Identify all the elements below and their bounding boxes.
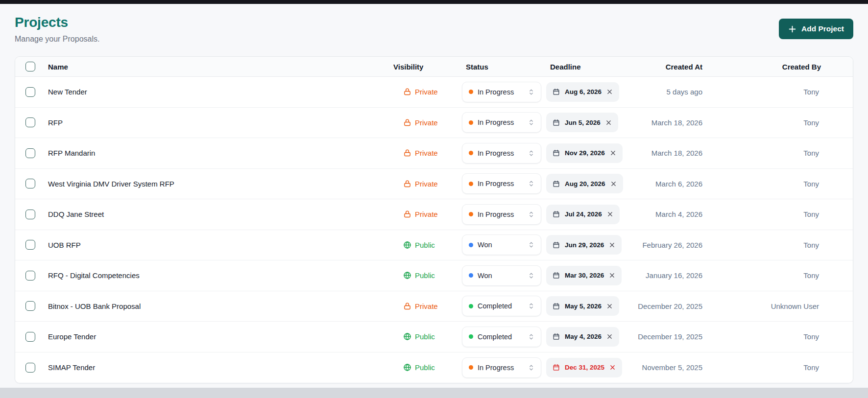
close-icon[interactable] — [610, 181, 617, 187]
project-name[interactable]: West Virginia DMV Driver System RFP — [46, 180, 393, 188]
column-header-created-by[interactable]: Created By — [702, 63, 853, 71]
deadline-cell: Mar 30, 2026 — [546, 266, 627, 285]
status-label: In Progress — [478, 118, 514, 126]
created-at: January 16, 2026 — [627, 271, 702, 280]
deadline-chip[interactable]: Dec 31, 2025 — [546, 358, 622, 377]
table-row[interactable]: DDQ Jane Street Private In Progress — [15, 199, 853, 230]
project-name[interactable]: UOB RFP — [46, 241, 393, 249]
calendar-icon — [553, 303, 560, 310]
project-name[interactable]: SIMAP Tender — [46, 363, 393, 372]
close-icon[interactable] — [606, 303, 613, 309]
project-name[interactable]: Europe Tender — [46, 332, 393, 341]
row-checkbox[interactable] — [25, 332, 35, 342]
status-label: Won — [478, 241, 492, 249]
created-at: March 6, 2026 — [627, 180, 702, 188]
status-dot-icon — [469, 243, 473, 247]
table-row[interactable]: Europe Tender Public Completed — [15, 322, 853, 352]
deadline-chip[interactable]: Jul 24, 2026 — [546, 205, 620, 224]
table-row[interactable]: West Virginia DMV Driver System RFP Priv… — [15, 169, 853, 200]
created-by: Tony — [702, 210, 853, 218]
row-checkbox[interactable] — [25, 117, 35, 127]
table-row[interactable]: RFP Private In Progress — [15, 108, 853, 139]
plus-icon — [788, 25, 796, 33]
row-checkbox[interactable] — [25, 210, 35, 219]
status-label: In Progress — [478, 180, 514, 187]
column-header-deadline[interactable]: Deadline — [546, 63, 627, 71]
created-at: 5 days ago — [627, 88, 702, 96]
created-by: Tony — [702, 332, 853, 341]
status-select[interactable]: Completed — [462, 296, 541, 316]
globe-icon — [403, 241, 411, 249]
status-select[interactable]: In Progress — [462, 173, 541, 194]
close-icon[interactable] — [609, 272, 615, 279]
deadline-chip[interactable]: May 5, 2026 — [546, 296, 619, 316]
deadline-date: Nov 29, 2026 — [565, 149, 605, 157]
row-checkbox[interactable] — [25, 148, 35, 158]
lock-icon — [403, 118, 411, 127]
row-checkbox[interactable] — [25, 363, 35, 373]
table-row[interactable]: RFP Mandarin Private In Progress — [15, 138, 853, 169]
column-header-visibility[interactable]: Visibility — [393, 63, 462, 71]
table-row[interactable]: Bitnox - UOB Bank Proposal Private Compl… — [15, 291, 853, 322]
column-header-status[interactable]: Status — [462, 63, 546, 71]
close-icon[interactable] — [607, 211, 613, 217]
project-name[interactable]: RFP — [46, 118, 393, 127]
created-by: Tony — [702, 118, 853, 127]
close-icon[interactable] — [609, 364, 616, 371]
status-select[interactable]: Completed — [462, 327, 541, 347]
project-name[interactable]: DDQ Jane Street — [46, 210, 393, 218]
status-label: In Progress — [478, 364, 514, 372]
deadline-chip[interactable]: Jun 29, 2026 — [546, 235, 622, 255]
close-icon[interactable] — [606, 89, 613, 95]
table-row[interactable]: New Tender Private In Progress — [15, 77, 853, 108]
visibility-badge: Public — [393, 271, 462, 280]
created-by: Tony — [702, 88, 853, 96]
status-cell: In Progress — [462, 357, 546, 378]
status-select[interactable]: In Progress — [462, 112, 541, 133]
deadline-chip[interactable]: Aug 6, 2026 — [546, 82, 619, 102]
status-select[interactable]: In Progress — [462, 82, 541, 102]
status-cell: In Progress — [462, 143, 546, 164]
close-icon[interactable] — [606, 333, 613, 340]
status-select[interactable]: Won — [462, 234, 541, 255]
calendar-icon — [553, 272, 560, 279]
row-checkbox[interactable] — [25, 240, 35, 250]
select-all-checkbox[interactable] — [25, 62, 35, 71]
project-name[interactable]: RFP Mandarin — [46, 149, 393, 157]
column-header-created-at[interactable]: Created At — [627, 63, 702, 71]
status-select[interactable]: In Progress — [462, 143, 541, 164]
table-row[interactable]: SIMAP Tender Public In Progress — [15, 352, 853, 383]
status-dot-icon — [469, 334, 473, 339]
table-row[interactable]: RFQ - Digital Competencies Public Won — [15, 260, 853, 291]
visibility-label: Public — [415, 332, 435, 341]
deadline-chip[interactable]: Jun 5, 2026 — [546, 113, 618, 132]
close-icon[interactable] — [610, 150, 616, 156]
close-icon[interactable] — [605, 119, 612, 126]
row-checkbox[interactable] — [25, 271, 35, 281]
row-checkbox[interactable] — [25, 179, 35, 188]
deadline-chip[interactable]: Nov 29, 2026 — [546, 143, 623, 163]
column-header-name[interactable]: Name — [46, 63, 393, 71]
status-select[interactable]: In Progress — [462, 357, 541, 378]
row-checkbox[interactable] — [25, 87, 35, 97]
deadline-date: May 4, 2026 — [565, 333, 602, 340]
table-header-row: Name Visibility Status Deadline Created … — [15, 57, 853, 77]
status-select[interactable]: Won — [462, 265, 541, 286]
row-checkbox[interactable] — [25, 301, 35, 311]
visibility-label: Private — [415, 210, 438, 218]
status-select[interactable]: In Progress — [462, 204, 541, 225]
visibility-label: Public — [415, 241, 435, 249]
deadline-chip[interactable]: May 4, 2026 — [546, 327, 619, 347]
project-name[interactable]: RFQ - Digital Competencies — [46, 271, 393, 280]
close-icon[interactable] — [609, 242, 615, 248]
add-project-button[interactable]: Add Project — [779, 19, 853, 39]
table-row[interactable]: UOB RFP Public Won — [15, 230, 853, 261]
deadline-chip[interactable]: Aug 20, 2026 — [546, 174, 623, 193]
status-label: In Progress — [478, 211, 514, 218]
created-at: March 18, 2026 — [627, 149, 702, 157]
deadline-chip[interactable]: Mar 30, 2026 — [546, 266, 622, 285]
globe-icon — [403, 363, 411, 372]
status-dot-icon — [469, 90, 473, 94]
project-name[interactable]: Bitnox - UOB Bank Proposal — [46, 302, 393, 310]
project-name[interactable]: New Tender — [46, 88, 393, 96]
